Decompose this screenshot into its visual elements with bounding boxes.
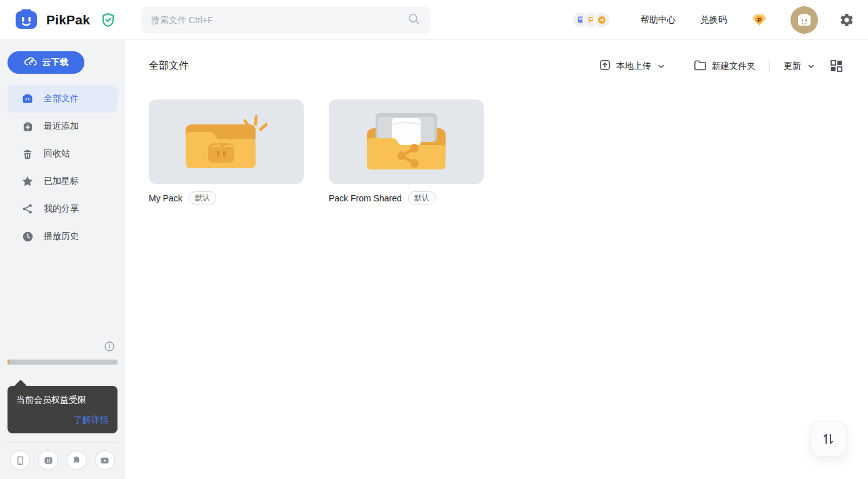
new-folder-label: 新建文件夹 [712,61,756,72]
folder-card-my-pack[interactable]: My Pack 默认 [149,99,304,204]
apps-row [7,443,117,473]
toolbar: 本地上传 新建文件夹 更新 [599,59,843,73]
settings-gear-icon[interactable] [839,13,854,28]
storage-quota-bar [7,360,117,365]
sidebar-item-starred[interactable]: 已加星标 [7,168,117,195]
cloud-download-button[interactable]: 云下载 [7,51,84,74]
folder-grid: My Pack 默认 [149,99,843,204]
sidebar-item-label: 最近添加 [44,121,79,132]
all-files-icon [21,93,34,105]
sidebar-item-label: 全部文件 [44,93,79,104]
sidebar-menu: 全部文件 最近添加 回收站 已加星标 [7,85,117,250]
grid-view-toggle[interactable] [830,59,843,73]
sidebar-item-play-history[interactable]: 播放历史 [7,223,117,250]
header-right: 帮助中心 兑换码 P [573,6,854,34]
cloud-link-icon [24,56,37,69]
mobile-app-icon[interactable] [10,450,30,470]
chevron-down-icon [657,63,665,70]
tv-app-icon[interactable] [38,450,58,470]
premium-gem-badge[interactable]: P [751,13,768,28]
main-content: 全部文件 本地上传 [125,40,868,479]
sidebar-item-recent-added[interactable]: 最近添加 [7,113,117,140]
sidebar-item-all-files[interactable]: 全部文件 [7,85,117,113]
local-upload-button[interactable]: 本地上传 [599,59,665,73]
quota-info-icon[interactable] [104,341,115,355]
security-shield-icon[interactable] [101,13,115,28]
sidebar-item-trash[interactable]: 回收站 [7,140,117,168]
user-avatar[interactable] [791,6,818,34]
sidebar-item-my-shares[interactable]: 我的分享 [7,195,117,223]
tooltip-learn-more-link[interactable]: 了解详情 [16,415,109,426]
pikpak-logo-icon [14,6,39,34]
upload-icon [599,59,611,73]
toolbar-divider [769,61,770,71]
promo-stack[interactable] [573,13,609,28]
share-icon [21,203,34,215]
my-pack-folder-icon [149,99,304,184]
search-input[interactable] [151,15,407,25]
help-center-link[interactable]: 帮助中心 [641,14,676,26]
svg-text:P: P [757,17,761,23]
refresh-button[interactable]: 更新 [784,61,815,72]
brand-name: PikPak [46,13,90,28]
storage-quota-fill [7,360,9,365]
default-badge: 默认 [189,191,216,204]
refresh-label: 更新 [784,61,801,72]
membership-tooltip: 当前会员权益受限 了解详情 [7,386,117,433]
invite-arrow-icon[interactable] [594,13,609,28]
folder-name: My Pack [149,193,182,203]
new-folder-button[interactable]: 新建文件夹 [694,59,756,73]
video-channel-icon[interactable] [95,450,115,470]
brand[interactable]: PikPak [14,6,115,34]
cloud-download-label: 云下载 [42,57,69,68]
recent-added-icon [21,120,34,133]
default-badge: 默认 [408,191,436,204]
browser-extension-icon[interactable] [67,450,87,470]
trash-icon [21,148,34,160]
local-upload-label: 本地上传 [616,61,651,72]
star-icon [21,175,34,188]
search-icon[interactable] [407,13,420,28]
sidebar-item-label: 已加星标 [44,176,79,187]
redeem-code-link[interactable]: 兑换码 [701,14,727,26]
search-bar[interactable] [141,6,430,34]
sidebar-item-label: 我的分享 [44,203,79,214]
folder-icon [694,59,707,73]
folder-name: Pack From Shared [329,193,402,203]
tooltip-arrow [14,380,27,392]
sort-order-button[interactable] [811,421,847,456]
sidebar: 云下载 全部文件 最近添加 回收站 [0,40,125,479]
page-title: 全部文件 [149,59,189,73]
sidebar-item-label: 播放历史 [44,231,79,242]
app-header: PikPak 帮助中心 兑换码 [0,0,868,40]
chevron-down-icon [807,63,815,70]
tooltip-title: 当前会员权益受限 [16,395,109,406]
sidebar-item-label: 回收站 [44,148,70,159]
folder-card-pack-from-shared[interactable]: Pack From Shared 默认 [329,99,484,204]
pack-from-shared-folder-icon [329,99,484,184]
play-history-icon [21,230,34,243]
